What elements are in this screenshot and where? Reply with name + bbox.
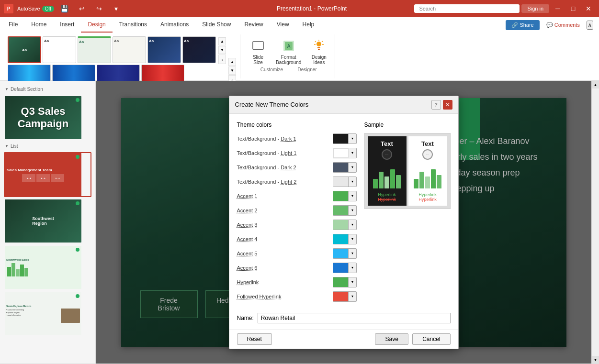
autosave-label: AutoSave xyxy=(17,6,40,11)
themes-scroll-down[interactable]: ▼ xyxy=(218,46,226,54)
theme-colors-section: Theme colors Text/Background - Dark 1 ▾ … xyxy=(237,121,357,305)
tab-home[interactable]: Home xyxy=(24,17,53,33)
tab-help[interactable]: Help xyxy=(296,17,321,33)
color-row-followed: Followed Hyperlink ▾ xyxy=(237,291,357,302)
tab-transitions[interactable]: Transitions xyxy=(113,17,154,33)
theme-swatch-4[interactable]: Aa xyxy=(113,36,146,63)
quick-save-btn[interactable]: 💾 xyxy=(58,2,71,15)
color-row-accent2: Accent 2 ▾ xyxy=(237,205,357,216)
themes-row: Aa Aa Aa Aa Aa Aa xyxy=(8,36,216,63)
slide-size-btn[interactable]: SlideSize xyxy=(246,36,270,67)
color-picker-accent6[interactable]: ▾ xyxy=(333,263,357,273)
color-picker-dark1[interactable]: ▾ xyxy=(333,133,357,144)
color-dropdown-accent4[interactable]: ▾ xyxy=(349,234,356,244)
color-dropdown-light1[interactable]: ▾ xyxy=(349,148,356,158)
color-dropdown-light2[interactable]: ▾ xyxy=(349,177,356,187)
vscroll-up[interactable]: ▲ xyxy=(592,81,599,88)
color-picker-dark2[interactable]: ▾ xyxy=(333,162,357,173)
color-label-accent6: Accent 6 xyxy=(237,265,258,271)
theme-swatch-2[interactable]: Aa xyxy=(43,36,76,63)
theme-swatch-6[interactable]: Aa xyxy=(182,36,216,63)
themes-scroll-up[interactable]: ▲ xyxy=(218,37,226,45)
variants-scroll-up[interactable]: ▲ xyxy=(228,58,236,66)
svg-line-11 xyxy=(315,41,316,42)
color-picker-accent3[interactable]: ▾ xyxy=(333,220,357,230)
restore-btn[interactable]: □ xyxy=(566,2,580,15)
slide-thumb-1[interactable]: 1 Q3 SalesCampaign xyxy=(4,95,91,140)
format-bg-btn[interactable]: A FormatBackground xyxy=(272,36,305,67)
color-row-dark1: Text/Background - Dark 1 ▾ xyxy=(237,133,357,144)
undo-btn[interactable]: ↩ xyxy=(75,2,89,15)
format-bg-icon: A xyxy=(281,38,296,54)
design-ideas-btn[interactable]: DesignIdeas xyxy=(307,36,331,67)
tab-file[interactable]: File xyxy=(2,17,24,33)
share-button[interactable]: 🔗 Share xyxy=(506,20,539,30)
sample-light-title: Text xyxy=(410,140,445,147)
format-bg-label: FormatBackground xyxy=(276,55,301,65)
minimize-btn[interactable]: ─ xyxy=(551,2,565,15)
slide-thumb-4[interactable]: 4 Southwest Sales xyxy=(4,245,91,290)
color-dropdown-accent5[interactable]: ▾ xyxy=(349,249,356,258)
comments-button[interactable]: 💬 Comments xyxy=(542,20,584,30)
dialog-close-btn[interactable]: ✕ xyxy=(443,100,452,110)
tab-insert[interactable]: Insert xyxy=(53,17,81,33)
vscroll-track[interactable] xyxy=(592,88,599,356)
sample-section: Sample Text ··· xyxy=(364,121,451,305)
slide-thumb-2[interactable]: 2 Sales Management Team ●─● ●─● ●─● xyxy=(4,152,91,197)
theme-swatch-3[interactable]: Aa xyxy=(78,36,111,63)
design-ideas-icon xyxy=(311,38,327,54)
sample-light: Text ··· xyxy=(408,136,447,206)
redo-btn[interactable]: ↪ xyxy=(92,2,106,15)
tab-slideshow[interactable]: Slide Show xyxy=(195,17,237,33)
canvas-area: ember – Alexi Baranov arterly sales in t… xyxy=(96,81,591,364)
ribbon-collapse-btn[interactable]: ∧ xyxy=(587,21,593,30)
slide-img-4: Southwest Sales xyxy=(5,246,81,289)
save-button[interactable]: Save xyxy=(375,333,408,345)
color-dropdown-accent2[interactable]: ▾ xyxy=(349,206,356,215)
cancel-button[interactable]: Cancel xyxy=(412,333,450,345)
color-dropdown-accent1[interactable]: ▾ xyxy=(349,191,356,201)
close-btn[interactable]: ✕ xyxy=(582,2,595,15)
color-picker-accent1[interactable]: ▾ xyxy=(333,191,357,201)
signin-button[interactable]: Sign in xyxy=(521,4,549,13)
tab-animations[interactable]: Animations xyxy=(154,17,195,33)
dialog-overlay: Create New Theme Colors ? ✕ Theme colors… xyxy=(96,81,591,364)
color-label-accent4: Accent 4 xyxy=(237,236,258,242)
color-picker-accent4[interactable]: ▾ xyxy=(333,234,357,244)
dialog-help-btn[interactable]: ? xyxy=(431,100,441,110)
customize-quick-btn[interactable]: ▾ xyxy=(110,2,123,15)
color-swatch-accent1 xyxy=(333,191,349,201)
tab-review[interactable]: Review xyxy=(237,17,270,33)
vscroll-down[interactable]: ▼ xyxy=(592,356,599,364)
color-label-dark2: Text/Background - Dark 2 xyxy=(237,165,296,170)
themes-scroll-more[interactable]: ⬦ xyxy=(218,55,226,64)
color-dropdown-accent3[interactable]: ▾ xyxy=(349,220,356,230)
color-picker-hyperlink[interactable]: ▾ xyxy=(333,277,357,287)
reset-button[interactable]: Reset xyxy=(237,333,272,345)
slide2-dot xyxy=(76,155,79,159)
slide-thumb-5[interactable]: 5 Santa Fe, New Mexico • sales team meet… xyxy=(4,291,91,336)
tab-design[interactable]: Design xyxy=(81,17,112,33)
color-dropdown-accent6[interactable]: ▾ xyxy=(349,263,356,273)
theme-swatch-1[interactable]: Aa xyxy=(8,36,41,63)
name-input[interactable] xyxy=(258,313,451,323)
color-dropdown-dark1[interactable]: ▾ xyxy=(349,134,356,143)
variants-scroll-down[interactable]: ▼ xyxy=(228,66,236,75)
svg-text:A: A xyxy=(287,44,290,49)
titlebar: P AutoSave Off 💾 ↩ ↪ ▾ Presentation1 - P… xyxy=(0,0,599,17)
color-picker-followed[interactable]: ▾ xyxy=(333,291,357,302)
color-picker-light1[interactable]: ▾ xyxy=(333,148,357,158)
color-dropdown-followed[interactable]: ▾ xyxy=(349,292,356,301)
color-dropdown-dark2[interactable]: ▾ xyxy=(349,163,356,172)
tab-view[interactable]: View xyxy=(270,17,296,33)
color-row-accent6: Accent 6 ▾ xyxy=(237,262,357,274)
color-picker-light2[interactable]: ▾ xyxy=(333,176,357,187)
search-input[interactable] xyxy=(414,4,520,13)
theme-swatch-5[interactable]: Aa xyxy=(147,36,181,63)
color-picker-accent2[interactable]: ▾ xyxy=(333,205,357,216)
slide-thumb-3[interactable]: 3 SouthwestRegion xyxy=(4,199,91,243)
autosave-toggle[interactable]: Off xyxy=(42,6,54,12)
sample-dark-circle: ··· xyxy=(382,149,392,160)
color-dropdown-hyperlink[interactable]: ▾ xyxy=(349,277,356,287)
color-picker-accent5[interactable]: ▾ xyxy=(333,248,357,259)
